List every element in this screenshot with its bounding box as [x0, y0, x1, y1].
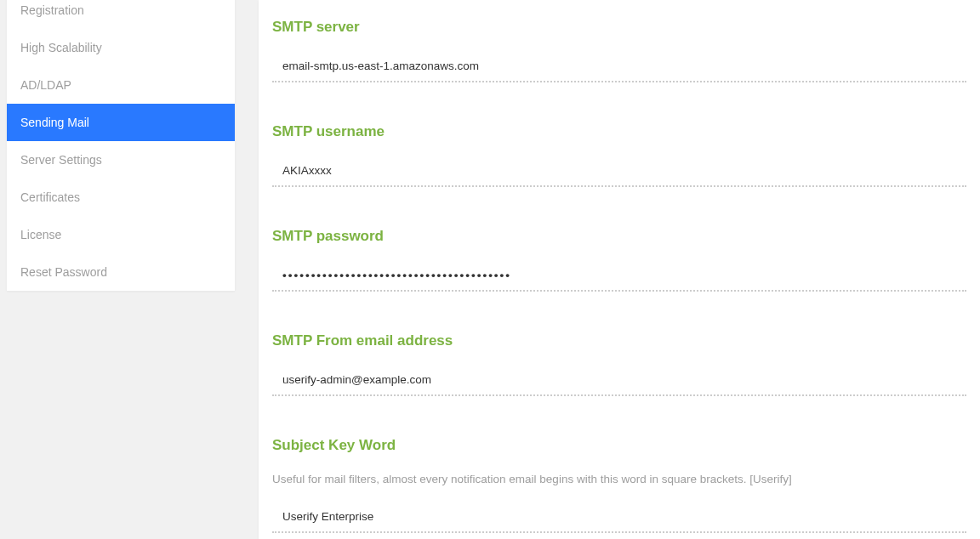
sidebar-item-sending-mail[interactable]: Sending Mail	[7, 104, 235, 141]
sidebar-item-license[interactable]: License	[7, 216, 235, 253]
main-content: SMTP server SMTP username SMTP password …	[259, 0, 980, 539]
smtp-username-label: SMTP username	[272, 123, 966, 140]
smtp-from-section: SMTP From email address	[272, 332, 966, 396]
smtp-username-input[interactable]	[272, 157, 966, 187]
subject-keyword-hint: Useful for mail filters, almost every no…	[272, 471, 966, 488]
subject-keyword-input[interactable]	[272, 503, 966, 533]
smtp-server-label: SMTP server	[272, 19, 966, 36]
smtp-password-label: SMTP password	[272, 228, 966, 245]
smtp-from-label: SMTP From email address	[272, 332, 966, 349]
sidebar-item-registration[interactable]: Registration	[7, 0, 235, 29]
subject-keyword-label: Subject Key Word	[272, 437, 966, 454]
sidebar: Registration High Scalability AD/LDAP Se…	[7, 0, 235, 291]
sidebar-item-certificates[interactable]: Certificates	[7, 179, 235, 216]
smtp-password-section: SMTP password	[272, 228, 966, 292]
smtp-server-section: SMTP server	[272, 0, 966, 82]
smtp-username-section: SMTP username	[272, 123, 966, 187]
sidebar-item-reset-password[interactable]: Reset Password	[7, 253, 235, 291]
subject-keyword-section: Subject Key Word Useful for mail filters…	[272, 437, 966, 533]
smtp-server-input[interactable]	[272, 53, 966, 82]
sidebar-item-high-scalability[interactable]: High Scalability	[7, 29, 235, 66]
smtp-from-input[interactable]	[272, 366, 966, 396]
smtp-password-input[interactable]	[272, 262, 966, 292]
sidebar-item-server-settings[interactable]: Server Settings	[7, 141, 235, 179]
sidebar-item-ad-ldap[interactable]: AD/LDAP	[7, 66, 235, 104]
